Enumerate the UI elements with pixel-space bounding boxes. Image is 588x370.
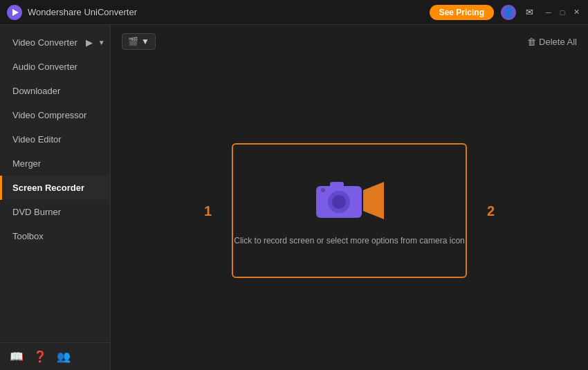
toolbar-left: 🎬 ▼ bbox=[122, 33, 156, 50]
dropdown-icon: ▼ bbox=[141, 37, 149, 46]
delete-all-button[interactable]: 🗑 Delete All bbox=[527, 37, 577, 47]
label-1: 1 bbox=[204, 203, 212, 219]
sidebar-item-label: DVD Burner bbox=[12, 207, 61, 217]
sidebar-item-label: Video Compressor bbox=[12, 110, 86, 120]
record-area: 1 Cli bbox=[122, 59, 577, 362]
video-format-icon: ▶ bbox=[86, 37, 93, 48]
window-controls: ─ □ ✕ bbox=[544, 8, 581, 17]
delete-all-label: Delete All bbox=[539, 37, 577, 47]
svg-rect-5 bbox=[330, 182, 344, 187]
maximize-button[interactable]: □ bbox=[558, 8, 567, 17]
sidebar-item-label: Screen Recorder bbox=[12, 183, 84, 193]
trash-icon: 🗑 bbox=[527, 37, 536, 47]
sidebar-item-label: Audio Converter bbox=[12, 62, 77, 72]
main-layout: Video Converter ▶ ▼ Audio Converter Down… bbox=[0, 25, 588, 370]
sidebar: Video Converter ▶ ▼ Audio Converter Down… bbox=[0, 25, 111, 370]
video-icon: 🎬 bbox=[128, 37, 138, 46]
sidebar-item-label: Video Editor bbox=[12, 134, 62, 145]
people-icon[interactable]: 👥 bbox=[57, 350, 71, 363]
sidebar-item-label: Toolbox bbox=[12, 231, 44, 241]
sidebar-item-screen-recorder[interactable]: Screen Recorder bbox=[0, 176, 110, 200]
sidebar-item-dvd-burner[interactable]: DVD Burner bbox=[0, 200, 110, 224]
sidebar-item-audio-converter[interactable]: Audio Converter bbox=[0, 55, 110, 79]
sidebar-item-downloader[interactable]: Downloader bbox=[0, 79, 110, 103]
minimize-button[interactable]: ─ bbox=[544, 8, 553, 17]
app-name: Wondershare UniConverter bbox=[28, 7, 430, 17]
sidebar-item-merger[interactable]: Merger bbox=[0, 151, 110, 176]
title-bar-icons: 👤 ✉ bbox=[501, 5, 537, 20]
svg-point-4 bbox=[332, 195, 346, 209]
close-button[interactable]: ✕ bbox=[571, 8, 581, 17]
svg-point-6 bbox=[321, 188, 325, 192]
video-format-button[interactable]: 🎬 ▼ bbox=[122, 33, 156, 50]
toolbar-right: 🗑 Delete All bbox=[527, 37, 577, 47]
camera-icon bbox=[315, 176, 384, 225]
book-icon[interactable]: 📖 bbox=[10, 350, 24, 363]
record-box[interactable]: Click to record screen or select more op… bbox=[232, 143, 467, 278]
sidebar-item-label: Downloader bbox=[12, 86, 60, 96]
app-logo bbox=[7, 5, 22, 20]
dropdown-chevron-icon: ▼ bbox=[98, 39, 105, 46]
title-bar: Wondershare UniConverter See Pricing 👤 ✉… bbox=[0, 0, 588, 25]
sidebar-item-video-converter[interactable]: Video Converter ▶ ▼ bbox=[0, 30, 110, 55]
sidebar-item-toolbox[interactable]: Toolbox bbox=[0, 224, 110, 248]
sidebar-item-label: Merger bbox=[12, 158, 41, 169]
record-hint: Click to record screen or select more op… bbox=[234, 236, 464, 246]
label-2: 2 bbox=[487, 203, 495, 219]
sidebar-item-video-editor[interactable]: Video Editor bbox=[0, 127, 110, 151]
sidebar-bottom: 📖 ❓ 👥 bbox=[0, 342, 110, 370]
user-icon[interactable]: 👤 bbox=[501, 5, 516, 20]
see-pricing-button[interactable]: See Pricing bbox=[430, 5, 494, 20]
content-area: 🎬 ▼ 🗑 Delete All 1 bbox=[111, 25, 588, 370]
sidebar-nav: Video Converter ▶ ▼ Audio Converter Down… bbox=[0, 25, 110, 342]
mail-icon[interactable]: ✉ bbox=[522, 5, 537, 20]
help-icon[interactable]: ❓ bbox=[33, 350, 47, 363]
top-toolbar: 🎬 ▼ 🗑 Delete All bbox=[122, 33, 577, 50]
svg-marker-7 bbox=[363, 182, 384, 219]
sidebar-item-video-compressor[interactable]: Video Compressor bbox=[0, 103, 110, 127]
sidebar-item-label: Video Converter bbox=[12, 37, 77, 48]
